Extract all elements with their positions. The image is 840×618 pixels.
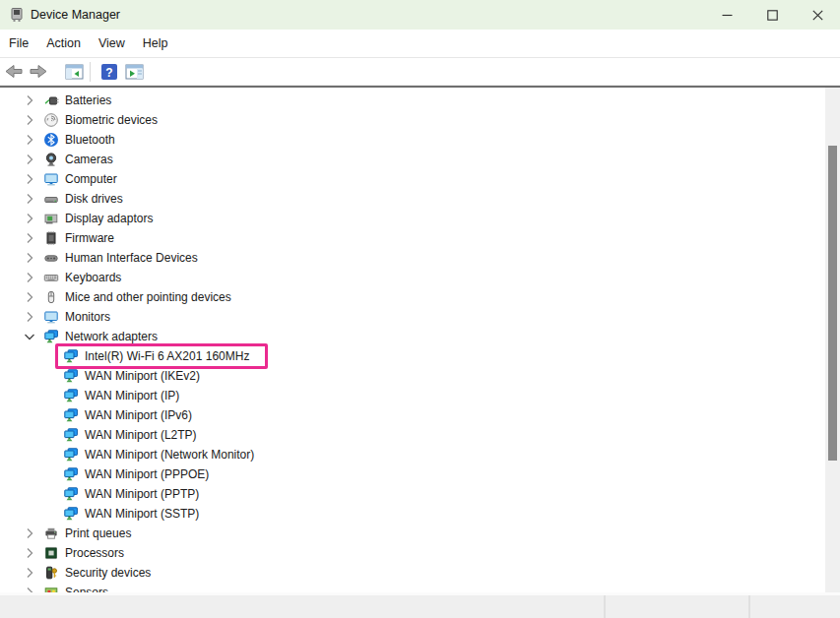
tree-item-label: Biometric devices xyxy=(65,113,158,127)
tree-item-firmware[interactable]: Firmware xyxy=(0,228,825,248)
chevron-right-icon[interactable] xyxy=(22,270,37,285)
minimize-icon xyxy=(722,10,733,21)
tree-item-security-devices[interactable]: Security devices xyxy=(0,563,825,583)
chevron-down-icon[interactable] xyxy=(22,329,37,344)
indent-spacer xyxy=(41,447,57,463)
scrollbar-thumb[interactable] xyxy=(828,146,837,461)
back-arrow-icon xyxy=(5,64,23,79)
chevron-right-icon[interactable] xyxy=(22,289,37,305)
chevron-right-icon[interactable] xyxy=(22,132,37,148)
footer-divider xyxy=(748,595,750,618)
tree-item-wan-miniport-l2tp[interactable]: WAN Miniport (L2TP) xyxy=(0,425,825,445)
toolbar: ? xyxy=(0,58,840,85)
tree-item-wan-miniport-ipv6[interactable]: WAN Miniport (IPv6) xyxy=(0,405,825,425)
tree-item-bluetooth[interactable]: Bluetooth xyxy=(0,130,825,150)
tree-item-sensors[interactable]: Sensors xyxy=(0,583,825,592)
tree-item-processors[interactable]: Processors xyxy=(0,543,825,563)
tree-item-label: Human Interface Devices xyxy=(65,251,198,265)
chevron-right-icon[interactable] xyxy=(22,309,37,325)
tree-item-label: Display adaptors xyxy=(65,212,153,225)
tree-item-batteries[interactable]: Batteries xyxy=(0,91,825,110)
chevron-right-icon[interactable] xyxy=(22,112,37,128)
maximize-icon xyxy=(767,10,778,21)
tree-item-biometric-devices[interactable]: Biometric devices xyxy=(0,110,825,130)
tree-item-display-adaptors[interactable]: Display adaptors xyxy=(0,209,825,228)
indent-spacer xyxy=(41,427,57,443)
tree-item-cameras[interactable]: Cameras xyxy=(0,150,825,169)
action-pane-icon xyxy=(125,64,144,80)
tree-item-wan-miniport-ikev2[interactable]: WAN Miniport (IKEv2) xyxy=(0,366,825,386)
tree-item-label: Sensors xyxy=(65,586,108,592)
tree-item-label: Network adapters xyxy=(65,330,158,343)
network-adapter-icon xyxy=(63,506,79,522)
network-adapter-icon xyxy=(63,486,79,502)
chevron-right-icon[interactable] xyxy=(22,191,37,207)
close-button[interactable] xyxy=(795,0,840,30)
tree-item-network-adapters[interactable]: Network adapters xyxy=(0,327,825,346)
menu-view[interactable]: View xyxy=(90,31,134,57)
chevron-right-icon[interactable] xyxy=(22,525,37,541)
tree-item-human-interface-devices[interactable]: Human Interface Devices xyxy=(0,248,825,268)
console-tree-icon xyxy=(65,64,84,80)
back-button[interactable] xyxy=(3,61,25,83)
chevron-right-icon[interactable] xyxy=(22,565,37,581)
gamepad-icon xyxy=(43,250,59,266)
tree-item-label: Disk drives xyxy=(65,192,123,206)
tree-item-label: Intel(R) Wi-Fi 6 AX201 160MHz xyxy=(85,349,249,363)
network-adapter-icon xyxy=(63,407,79,423)
indent-spacer xyxy=(41,368,57,384)
tree-item-label: Batteries xyxy=(65,93,111,107)
vertical-scrollbar[interactable] xyxy=(825,88,840,592)
tree-item-wan-miniport-sstp[interactable]: WAN Miniport (SSTP) xyxy=(0,504,825,524)
firmware-chip-icon xyxy=(43,230,59,246)
chevron-right-icon[interactable] xyxy=(22,545,37,561)
tree-item-label: Bluetooth xyxy=(65,133,115,147)
chevron-right-icon[interactable] xyxy=(22,171,37,187)
minimize-button[interactable] xyxy=(704,0,749,30)
tree-item-computer[interactable]: Computer xyxy=(0,169,825,189)
help-button[interactable]: ? xyxy=(98,61,120,83)
tree-item-label: Processors xyxy=(65,546,124,560)
disk-drive-icon xyxy=(43,191,59,207)
bluetooth-icon xyxy=(43,132,59,148)
sensor-icon xyxy=(43,585,59,592)
security-key-icon xyxy=(43,565,59,581)
keyboard-icon xyxy=(43,270,59,285)
chevron-right-icon[interactable] xyxy=(22,93,37,108)
help-icon: ? xyxy=(100,63,118,81)
chevron-right-icon[interactable] xyxy=(22,585,37,592)
network-adapter-icon xyxy=(63,447,79,463)
show-action-pane-button[interactable] xyxy=(123,61,145,83)
forward-button[interactable] xyxy=(28,61,49,83)
device-manager-window: Device Manager File Action View Help xyxy=(0,0,840,618)
tree-item-monitors[interactable]: Monitors xyxy=(0,307,825,327)
menu-file[interactable]: File xyxy=(0,31,37,57)
maximize-button[interactable] xyxy=(749,0,795,30)
show-console-tree-button[interactable] xyxy=(63,61,85,83)
tree-item-disk-drives[interactable]: Disk drives xyxy=(0,189,825,209)
tree-item-print-queues[interactable]: Print queues xyxy=(0,524,825,543)
menu-action[interactable]: Action xyxy=(37,31,90,57)
tree-item-wan-miniport-ip[interactable]: WAN Miniport (IP) xyxy=(0,386,825,405)
toolbar-separator xyxy=(90,62,91,82)
menu-help[interactable]: Help xyxy=(134,31,177,57)
mouse-icon xyxy=(43,289,59,305)
tree-item-intel-r-wi-fi-6-ax201-160mhz[interactable]: Intel(R) Wi-Fi 6 AX201 160MHz xyxy=(0,346,825,366)
computer-icon xyxy=(43,171,59,187)
tree-item-mice-and-other-pointing-devices[interactable]: Mice and other pointing devices xyxy=(0,287,825,307)
chevron-right-icon[interactable] xyxy=(22,250,37,266)
device-tree: BatteriesBiometric devicesBluetoothCamer… xyxy=(0,88,825,592)
chevron-right-icon[interactable] xyxy=(22,211,37,226)
tree-item-label: Security devices xyxy=(65,566,151,580)
processor-icon xyxy=(43,545,59,561)
chevron-right-icon[interactable] xyxy=(22,152,37,167)
tree-item-label: Monitors xyxy=(65,310,110,324)
svg-text:?: ? xyxy=(105,65,112,79)
tree-item-label: WAN Miniport (PPPOE) xyxy=(85,467,209,481)
tree-item-wan-miniport-pptp[interactable]: WAN Miniport (PPTP) xyxy=(0,484,825,504)
tree-item-keyboards[interactable]: Keyboards xyxy=(0,268,825,287)
tree-item-wan-miniport-network-monitor[interactable]: WAN Miniport (Network Monitor) xyxy=(0,445,825,464)
tree-item-wan-miniport-pppoe[interactable]: WAN Miniport (PPPOE) xyxy=(0,464,825,484)
chevron-right-icon[interactable] xyxy=(22,230,37,246)
network-adapter-icon xyxy=(63,388,79,403)
